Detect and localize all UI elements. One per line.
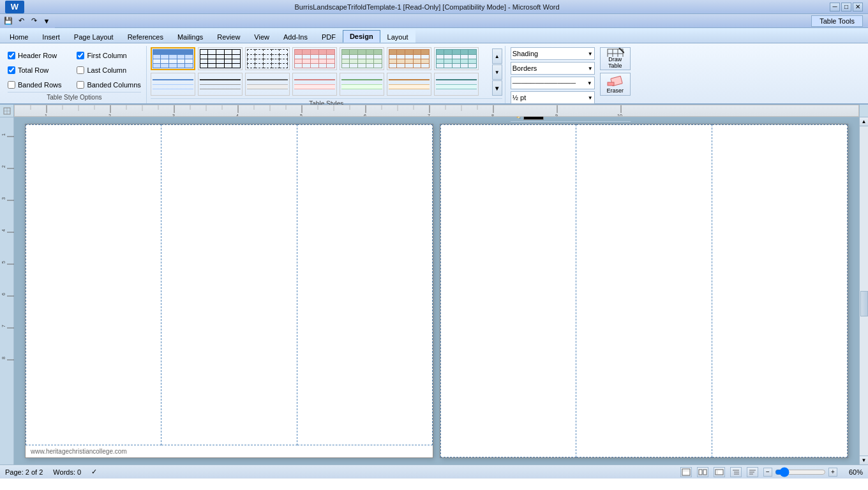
table-style-12[interactable]	[340, 73, 384, 96]
outline-button[interactable]	[730, 467, 742, 477]
total-row-option[interactable]: Total Row	[8, 64, 71, 77]
tab-page-layout[interactable]: Page Layout	[67, 30, 121, 43]
table-style-8[interactable]	[151, 73, 195, 96]
status-left: Page: 2 of 2 Words: 0 ✓	[5, 468, 97, 476]
total-row-checkbox[interactable]	[8, 66, 15, 74]
banded-rows-option[interactable]: Banded Rows	[8, 78, 71, 91]
spell-check-icon[interactable]: ✓	[91, 468, 97, 476]
svg-text:2: 2	[1, 165, 6, 168]
draw-table-button[interactable]: DrawTable	[600, 47, 631, 70]
page-1-col-3	[297, 125, 432, 445]
scroll-track	[860, 126, 868, 456]
first-column-checkbox[interactable]	[77, 52, 84, 59]
table-style-6[interactable]	[387, 47, 431, 70]
qat-more-button[interactable]: ▼	[41, 15, 52, 27]
line-weight-dropdown[interactable]: ½ pt ▼	[511, 91, 595, 104]
table-style-13[interactable]	[387, 73, 431, 96]
borders-dropdown[interactable]: Borders ▼	[511, 62, 595, 75]
page-area: www.heritagechristiancollege.com	[14, 117, 859, 464]
table-style-9[interactable]	[198, 73, 243, 96]
tab-home[interactable]: Home	[3, 30, 35, 43]
tab-review[interactable]: Review	[210, 30, 247, 43]
redo-qat-button[interactable]: ↷	[28, 15, 40, 27]
page-2	[440, 124, 848, 458]
full-reading-button[interactable]	[697, 467, 708, 477]
svg-text:1: 1	[45, 114, 47, 117]
pages-container: www.heritagechristiancollege.com	[25, 124, 848, 458]
table-style-10[interactable]	[245, 73, 290, 96]
table-style-2[interactable]	[198, 47, 243, 70]
shading-control: Shading ▼	[511, 47, 595, 60]
shading-dropdown[interactable]: Shading ▼	[511, 47, 595, 60]
last-column-label: Last Column	[87, 66, 126, 74]
banded-rows-checkbox[interactable]	[8, 81, 15, 89]
restore-button[interactable]: □	[841, 3, 851, 11]
svg-rect-6	[608, 82, 614, 85]
banded-columns-checkbox[interactable]	[77, 81, 84, 89]
line-weight-control: ½ pt ▼	[511, 91, 595, 104]
scroll-thumb[interactable]	[860, 291, 868, 316]
page-1-table	[26, 124, 433, 445]
banded-columns-option[interactable]: Banded Columns	[77, 78, 140, 91]
page-footer-url: www.heritagechristiancollege.com	[26, 445, 433, 457]
svg-rect-70	[682, 469, 690, 475]
header-row-option[interactable]: Header Row	[8, 49, 71, 62]
ruler-corner[interactable]	[0, 105, 14, 117]
first-column-label: First Column	[87, 52, 126, 59]
table-style-options-label: Table Style Options	[8, 92, 141, 101]
save-qat-button[interactable]: 💾	[3, 15, 14, 27]
table-style-7[interactable]	[434, 47, 479, 70]
quick-access-toolbar: 💾 ↶ ↷ ▼	[0, 14, 55, 28]
scroll-down-button[interactable]: ▼	[860, 456, 868, 464]
close-button[interactable]: ✕	[853, 3, 863, 11]
svg-line-4	[619, 48, 624, 53]
page-2-table	[440, 124, 848, 457]
page-status: Page: 2 of 2	[5, 468, 43, 476]
svg-text:5: 5	[300, 114, 303, 117]
header-row-label: Header Row	[18, 52, 57, 59]
page-1-col-1	[26, 125, 161, 445]
table-style-14[interactable]	[434, 73, 479, 96]
table-tools-label: Table Tools	[811, 15, 863, 27]
styles-scroll-down[interactable]: ▼	[492, 64, 502, 80]
print-layout-button[interactable]	[680, 467, 692, 477]
last-column-checkbox[interactable]	[77, 66, 84, 74]
tab-layout[interactable]: Layout	[380, 30, 415, 43]
zoom-in-button[interactable]: +	[828, 468, 837, 477]
table-style-5[interactable]	[340, 47, 384, 70]
tab-add-ins[interactable]: Add-Ins	[276, 30, 315, 43]
tab-mailings[interactable]: Mailings	[170, 30, 210, 43]
header-row-checkbox[interactable]	[8, 52, 15, 59]
eraser-button[interactable]: Eraser	[600, 73, 631, 96]
tab-insert[interactable]: Insert	[35, 30, 67, 43]
draw-borders-group: Shading ▼ Borders ▼ ────────────── ▼	[507, 46, 634, 103]
vertical-scrollbar[interactable]: ▲ ▼	[859, 117, 868, 464]
tab-pdf[interactable]: PDF	[315, 30, 343, 43]
table-style-1[interactable]	[151, 47, 195, 70]
tab-references[interactable]: References	[121, 30, 170, 43]
document-area: 1 2 3 4 5 6 7 8	[0, 117, 868, 464]
first-column-option[interactable]: First Column	[77, 49, 140, 62]
styles-scroll-up[interactable]: ▲	[492, 48, 502, 64]
svg-text:9: 9	[555, 114, 558, 117]
zoom-slider[interactable]	[775, 469, 826, 475]
svg-text:8: 8	[1, 357, 6, 359]
table-style-11[interactable]	[292, 73, 337, 96]
line-style-dropdown[interactable]: ────────────── ▼	[511, 77, 595, 89]
banded-rows-label: Banded Rows	[18, 81, 62, 89]
svg-rect-74	[715, 470, 723, 475]
words-status: Words: 0	[53, 468, 81, 476]
scroll-up-button[interactable]: ▲	[860, 117, 868, 126]
zoom-out-button[interactable]: −	[763, 468, 772, 477]
draft-button[interactable]	[747, 467, 758, 477]
tab-design[interactable]: Design	[343, 30, 380, 43]
web-layout-button[interactable]	[714, 467, 725, 477]
table-style-4[interactable]	[292, 47, 337, 70]
last-column-option[interactable]: Last Column	[77, 64, 140, 77]
zoom-level[interactable]: 60%	[840, 468, 863, 476]
tab-view[interactable]: View	[247, 30, 276, 43]
minimize-button[interactable]: ─	[830, 3, 840, 11]
undo-qat-button[interactable]: ↶	[15, 15, 27, 27]
styles-more[interactable]: ▼	[492, 80, 502, 96]
table-style-3[interactable]	[245, 47, 290, 70]
